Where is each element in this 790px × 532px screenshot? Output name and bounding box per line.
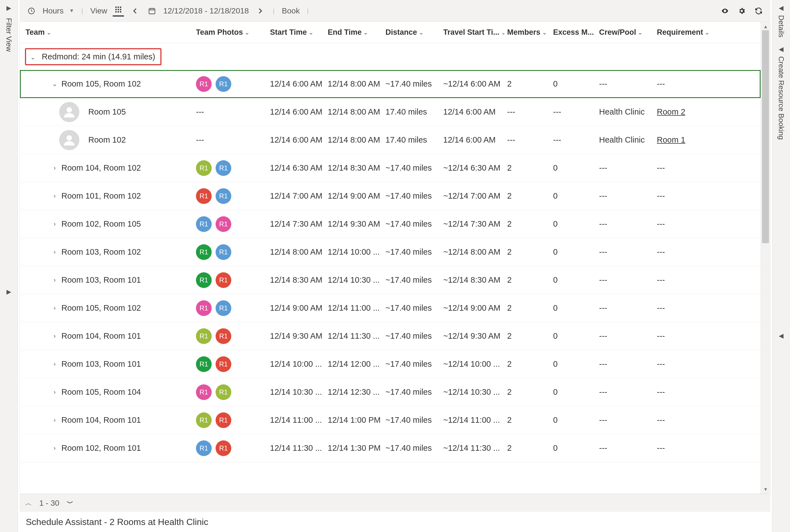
toolbar: Hours ▼ | View 12/12/2018 - 12/18/2018 |…	[20, 0, 770, 22]
avatar-badge: R1	[216, 244, 231, 260]
prev-icon[interactable]	[130, 5, 141, 17]
requirement-link[interactable]: Room 1	[657, 135, 685, 145]
col-photos[interactable]: Team Photos⌄	[193, 28, 267, 37]
cell-trav: ~12/14 6:30 AM	[440, 163, 504, 173]
pager-prev-icon[interactable]: ︿	[25, 499, 32, 508]
chevron-right-icon[interactable]: ›	[51, 305, 59, 312]
chevron-down-icon: ⌄	[245, 29, 250, 36]
chevron-down-icon: ⌄	[542, 29, 547, 36]
col-dist[interactable]: Distance⌄	[383, 28, 440, 37]
chevron-right-icon[interactable]: ›	[51, 221, 59, 228]
table-row[interactable]: ›Room 105, Room 102R1R112/14 9:00 AM12/1…	[20, 294, 760, 322]
expand-right-icon-2[interactable]: ◀	[779, 46, 784, 53]
col-ex[interactable]: Excess M...⌄	[550, 28, 596, 37]
chevron-right-icon[interactable]: ›	[51, 361, 59, 368]
cell-req: ---	[654, 79, 710, 89]
avatar-badge: R1	[196, 412, 212, 428]
cell-trav: ~12/14 11:30 ...	[440, 443, 504, 453]
vertical-scrollbar[interactable]: ▴ ▾	[760, 22, 770, 494]
chevron-right-icon[interactable]: ›	[51, 417, 59, 424]
child-label: Room 102	[88, 135, 126, 145]
calendar-icon[interactable]	[146, 5, 158, 17]
col-team[interactable]: Team⌄	[20, 28, 193, 37]
cell-team: ›Room 105, Room 102	[20, 303, 193, 312]
right-rail: ◀ Details ◀ Create Resource Booking ◀	[772, 0, 790, 532]
chevron-down-icon: ⌄	[501, 29, 504, 36]
cell-req: ---	[654, 163, 710, 173]
chevron-right-icon[interactable]: ›	[51, 192, 59, 200]
chevron-down-icon[interactable]: ⌄	[51, 80, 59, 88]
cell-dist: ~17.40 miles	[383, 163, 440, 173]
cell-team: ›Room 101, Room 102	[20, 191, 193, 201]
scroll-thumb[interactable]	[762, 30, 769, 243]
pager: ︿ 1 - 30 ﹀	[20, 494, 770, 512]
col-req[interactable]: Requirement⌄	[654, 28, 710, 37]
book-button[interactable]: Book	[282, 6, 300, 15]
hours-dropdown[interactable]: Hours	[43, 6, 63, 15]
cell-mem: 2	[504, 79, 550, 89]
footer-title: Schedule Assistant - 2 Rooms at Health C…	[20, 512, 770, 532]
cell-mem: 2	[504, 247, 550, 256]
avatar-badge: R1	[216, 412, 231, 428]
separator: |	[81, 7, 83, 15]
cell-crew: ---	[596, 303, 654, 312]
requirement-link[interactable]: Room 2	[657, 107, 685, 116]
col-start[interactable]: Start Time⌄	[267, 28, 325, 37]
avatar-badge: R1	[216, 272, 231, 288]
col-end[interactable]: End Time⌄	[325, 28, 383, 37]
create-booking-label[interactable]: Create Resource Booking	[777, 56, 786, 140]
table-row[interactable]: ›Room 102, Room 101R1R112/14 11:30 ...12…	[20, 434, 760, 462]
cell-ex: 0	[550, 416, 596, 425]
table-row[interactable]: ›Room 101, Room 102R1R112/14 7:00 AM12/1…	[20, 182, 760, 210]
table-row[interactable]: ›Room 105, Room 104R1R112/14 10:30 ...12…	[20, 378, 760, 406]
chevron-right-icon[interactable]: ›	[51, 332, 59, 340]
chevron-down-icon[interactable]: ▼	[69, 8, 74, 14]
avatar-badge: R1	[216, 216, 231, 232]
chevron-right-icon[interactable]: ›	[51, 277, 59, 284]
date-range[interactable]: 12/12/2018 - 12/18/2018	[163, 6, 249, 15]
person-icon	[59, 130, 79, 150]
avatar-badge: R1	[196, 76, 212, 92]
left-mid-arrow-icon[interactable]: ▶	[6, 288, 11, 296]
gear-icon[interactable]	[736, 5, 747, 17]
chevron-right-icon[interactable]: ›	[51, 388, 59, 396]
next-icon[interactable]	[255, 5, 266, 17]
table-row[interactable]: ›Room 104, Room 101R1R112/14 11:00 ...12…	[20, 406, 760, 434]
cell-trav: 12/14 6:00 AM	[440, 135, 504, 145]
table-row[interactable]: ›Room 103, Room 101R1R112/14 10:00 ...12…	[20, 350, 760, 378]
scroll-up-icon[interactable]: ▴	[761, 23, 770, 30]
table-row-child[interactable]: Room 105---12/14 6:00 AM12/14 8:00 AM17.…	[20, 98, 760, 126]
table-row[interactable]: ›Room 104, Room 102R1R112/14 6:30 AM12/1…	[20, 154, 760, 182]
group-row[interactable]: ⌄ Redmond: 24 min (14.91 miles)	[20, 43, 760, 70]
svg-rect-1	[115, 6, 117, 8]
filter-view-label[interactable]: Filter View	[4, 18, 13, 52]
col-trav[interactable]: Travel Start Ti...⌄	[440, 28, 504, 37]
table-row[interactable]: ›Room 102, Room 105R1R112/14 7:30 AM12/1…	[20, 210, 760, 238]
grid-view-icon[interactable]	[113, 5, 124, 17]
scroll-down-icon[interactable]: ▾	[761, 486, 770, 493]
table-row[interactable]: ⌄Room 105, Room 102R1R112/14 6:00 AM12/1…	[20, 70, 760, 98]
svg-rect-4	[115, 9, 117, 10]
refresh-icon[interactable]	[753, 5, 764, 17]
chevron-right-icon[interactable]: ›	[51, 248, 59, 256]
table-row[interactable]: ›Room 103, Room 101R1R112/14 8:30 AM12/1…	[20, 266, 760, 294]
details-label[interactable]: Details	[777, 15, 786, 37]
col-crew[interactable]: Crew/Pool⌄	[596, 28, 654, 37]
team-label: Room 105, Room 104	[61, 387, 141, 397]
eye-icon[interactable]	[719, 5, 731, 17]
expand-left-icon[interactable]: ▶	[6, 4, 11, 12]
chevron-right-icon[interactable]: ›	[51, 165, 59, 172]
pager-next-icon[interactable]: ﹀	[67, 499, 73, 508]
cell-mem: 2	[504, 331, 550, 341]
chevron-right-icon[interactable]: ›	[51, 444, 59, 452]
right-mid-arrow-icon[interactable]: ◀	[779, 332, 784, 340]
team-label: Room 102, Room 105	[61, 220, 141, 229]
col-mem[interactable]: Members⌄	[504, 28, 550, 37]
table-row[interactable]: ›Room 104, Room 101R1R112/14 9:30 AM12/1…	[20, 322, 760, 350]
expand-right-icon[interactable]: ◀	[779, 4, 784, 12]
pager-range: 1 - 30	[39, 499, 59, 508]
cell-dist: ~17.40 miles	[383, 443, 440, 453]
table-row-child[interactable]: Room 102---12/14 6:00 AM12/14 8:00 AM17.…	[20, 126, 760, 154]
table-row[interactable]: ›Room 103, Room 102R1R112/14 8:00 AM12/1…	[20, 238, 760, 266]
chevron-down-icon[interactable]: ⌄	[29, 54, 37, 61]
